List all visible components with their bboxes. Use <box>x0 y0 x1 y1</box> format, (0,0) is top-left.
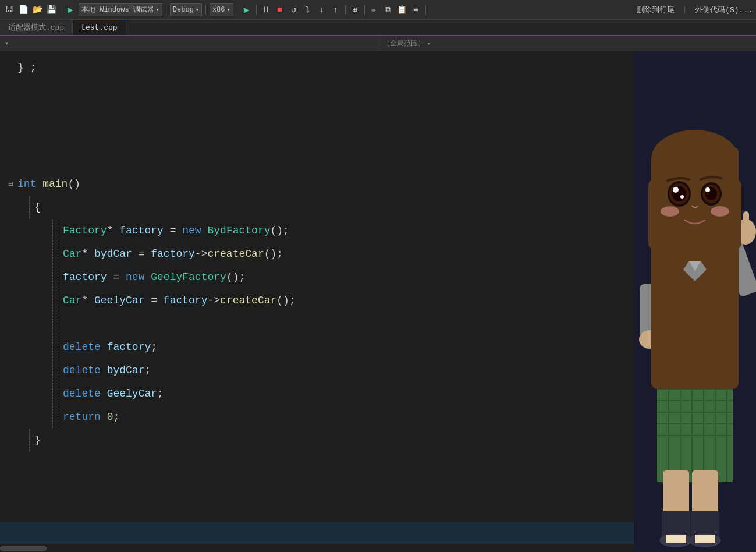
open-file-icon[interactable]: 📂 <box>31 4 43 16</box>
svg-point-46 <box>680 195 684 199</box>
edit-icon[interactable]: ✏ <box>368 4 380 16</box>
scope-dropdown-icon: ▾ <box>427 40 431 47</box>
step-into-icon[interactable]: ↓ <box>316 4 328 16</box>
code-line-empty-1 <box>17 79 634 102</box>
guide-v17 <box>58 383 58 405</box>
guide-v16 <box>52 383 53 405</box>
debug-mode-label: Debug <box>173 6 194 14</box>
guide-v6 <box>52 266 53 288</box>
code-line-close-brace: } <box>17 429 634 452</box>
debugger-config-dropdown[interactable]: 本地 Windows 调试器 <box>79 3 162 16</box>
code-line-geelycar: Car * GeelyCar = factory -> createCar ()… <box>17 289 634 312</box>
svg-rect-13 <box>663 470 689 517</box>
tab-bar: 适配器模式.cpp test.cpp <box>0 20 756 36</box>
code-line-empty-5 <box>17 312 634 335</box>
scope-left[interactable]: ▾ <box>0 36 378 51</box>
new-file-icon[interactable]: 📄 <box>17 4 29 16</box>
guide-v10 <box>52 313 53 335</box>
save-icon[interactable]: 🖫 <box>3 4 15 16</box>
svg-rect-14 <box>692 470 718 517</box>
collapse-btn[interactable]: ⊟ <box>8 172 13 196</box>
code-line-delete-factory: delete factory ; <box>17 335 634 359</box>
separator-3 <box>205 5 206 15</box>
svg-rect-41 <box>730 179 741 249</box>
separator-2 <box>166 5 166 15</box>
horizontal-scrollbar[interactable] <box>0 544 634 552</box>
guide-v11 <box>58 313 58 335</box>
paste-icon[interactable]: 📋 <box>396 4 408 16</box>
tab-test-cpp[interactable]: test.cpp <box>73 20 126 35</box>
guide-v4 <box>52 243 53 265</box>
svg-rect-40 <box>648 179 660 249</box>
continue-icon[interactable]: ▶ <box>241 4 253 16</box>
code-editor[interactable]: } ; ⊟ int main () { <box>0 51 634 552</box>
scope-label: （全局范围） <box>383 38 425 48</box>
current-line-highlight <box>0 522 634 544</box>
code-line-delete-bydcar: delete bydCar ; <box>17 359 634 382</box>
watch-icon[interactable]: ⊞ <box>349 4 361 16</box>
separator-5 <box>256 5 257 15</box>
code-line-return: return 0 ; <box>17 405 634 429</box>
guide-v5 <box>58 243 58 265</box>
code-line-closing: } ; <box>17 56 634 79</box>
code-line-open-brace: { <box>17 196 634 219</box>
code-line-factory1: Factory * factory = new BydFactory (); <box>17 219 634 242</box>
step-over-icon[interactable]: ⤵ <box>302 4 314 16</box>
code-line-empty-2 <box>17 102 634 126</box>
arch-dropdown[interactable]: x86 <box>210 3 233 16</box>
anime-character-svg <box>634 51 756 552</box>
toolbar: 🖫 📄 📂 💾 ▶ 本地 Windows 调试器 Debug x86 ▶ ⏸ ■… <box>0 0 756 20</box>
code-line-factory2: factory = new GeelyFactory (); <box>17 266 634 289</box>
code-line-bydcar: Car * bydCar = factory -> createCar (); <box>17 242 634 266</box>
scrollbar-thumb[interactable] <box>0 546 47 551</box>
arch-label: x86 <box>212 6 225 14</box>
separator-6 <box>345 5 346 15</box>
scope-right[interactable]: （全局范围） ▾ <box>378 36 756 51</box>
svg-rect-19 <box>666 535 686 543</box>
guide-v2 <box>52 220 53 242</box>
code-line-delete-geelycar: delete GeelyCar ; <box>17 382 634 405</box>
separator-1 <box>61 5 61 15</box>
guide-v3 <box>58 220 58 242</box>
guide-v19 <box>58 406 58 428</box>
svg-rect-39 <box>677 144 712 168</box>
svg-point-52 <box>711 206 729 217</box>
guide-v7 <box>58 266 58 288</box>
guide-v15 <box>58 359 58 381</box>
guide-v12 <box>52 336 53 358</box>
code-line-empty-3 <box>17 126 634 149</box>
guide-v13 <box>58 336 58 358</box>
svg-point-51 <box>661 206 679 217</box>
guide-v18 <box>52 406 53 428</box>
debugger-config-label: 本地 Windows 调试器 <box>81 5 154 15</box>
code-content: } ; ⊟ int main () { <box>0 51 634 457</box>
anime-panel <box>634 51 756 552</box>
pause-icon[interactable]: ⏸ <box>260 4 272 16</box>
tab-adapter-cpp[interactable]: 适配器模式.cpp <box>0 20 73 35</box>
svg-point-50 <box>705 187 710 192</box>
format-icon[interactable]: ≡ <box>410 4 422 16</box>
guide-v8 <box>52 289 53 312</box>
stop-icon[interactable]: ■ <box>274 4 286 16</box>
separator-8 <box>425 5 426 15</box>
restart-icon[interactable]: ↺ <box>288 4 300 16</box>
svg-point-45 <box>673 187 679 193</box>
step-out-icon[interactable]: ↑ <box>330 4 342 16</box>
copy-icon[interactable]: ⧉ <box>382 4 394 16</box>
svg-rect-30 <box>743 211 749 232</box>
debug-mode-dropdown[interactable]: Debug <box>170 3 202 16</box>
guide-v14 <box>52 359 53 381</box>
svg-rect-20 <box>695 535 715 543</box>
editor-container: } ; ⊟ int main () { <box>0 51 756 552</box>
code-line-main: ⊟ int main () <box>17 172 634 196</box>
outer-code-btn[interactable]: 外侧代码(S)... <box>695 5 753 15</box>
code-line-empty-4 <box>17 149 634 172</box>
start-debug-icon[interactable]: ▶ <box>65 4 76 16</box>
guide-v20 <box>29 429 30 451</box>
separator-7 <box>364 5 365 15</box>
scope-bar: ▾ （全局范围） ▾ <box>0 36 756 51</box>
guide-v1 <box>29 196 30 218</box>
delete-to-end-btn[interactable]: 删除到行尾 <box>637 5 675 15</box>
save-all-icon[interactable]: 💾 <box>45 4 57 16</box>
guide-v9 <box>58 289 58 312</box>
